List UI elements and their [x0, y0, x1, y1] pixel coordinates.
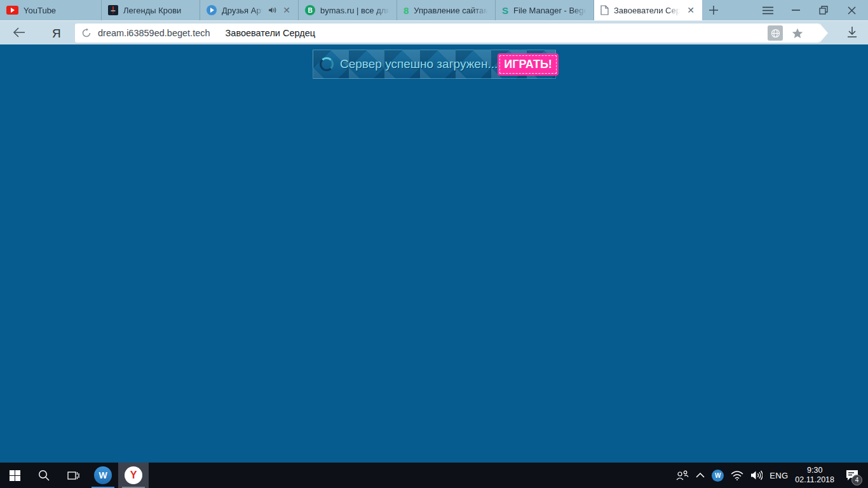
tab-file-manager[interactable]: S File Manager - Bege	[496, 0, 594, 20]
volume-icon[interactable]	[750, 470, 763, 480]
tab-upravlenie-saytami[interactable]: 8 Управление сайтам	[397, 0, 496, 20]
address-bar-actions	[768, 25, 813, 41]
web-page-content: Сервер успешно загружен... ИГРАТЬ!	[0, 44, 868, 463]
clock-date: 02.11.2018	[795, 475, 834, 485]
browser-toolbar: Я dream.i63859ed.beget.tech Завоеватели …	[0, 20, 868, 44]
tab-legendy-krovi[interactable]: Легенды Крови	[102, 0, 200, 20]
search-icon[interactable]	[29, 463, 58, 488]
downloads-icon[interactable]	[846, 26, 858, 39]
restore-button[interactable]	[810, 0, 837, 20]
loading-spinner-icon	[320, 57, 334, 71]
back-button-icon[interactable]	[13, 27, 25, 38]
notification-count-badge: 4	[851, 475, 862, 485]
server-status-banner: Сервер успешно загружен... ИГРАТЬ!	[313, 50, 556, 79]
tab-close-icon[interactable]: ✕	[281, 5, 292, 15]
yandex-logo[interactable]: Я	[52, 27, 61, 41]
tab-zavoevateli-serdets-active[interactable]: Завоеватели Сер ✕	[594, 0, 702, 20]
tab-label: Друзья Артём	[222, 6, 263, 15]
start-button[interactable]	[0, 463, 29, 488]
url-text: dream.i63859ed.beget.tech	[98, 28, 210, 38]
beget-8-icon: 8	[403, 6, 409, 15]
taskbar-tray: W ENG 9:30 02.11.2018 4	[676, 463, 868, 488]
windscribe-tray-icon[interactable]: W	[712, 470, 724, 482]
tab-close-icon[interactable]: ✕	[686, 5, 696, 15]
taskbar-app-yandex-browser[interactable]: Y	[118, 463, 149, 488]
sword-icon	[108, 5, 118, 15]
close-window-button[interactable]	[837, 0, 865, 20]
language-indicator[interactable]: ENG	[770, 471, 788, 480]
sprut-s-icon: S	[502, 6, 508, 15]
new-tab-button[interactable]	[702, 0, 725, 20]
tab-label: Завоеватели Сер	[614, 6, 681, 15]
action-center-icon[interactable]: 4	[841, 463, 863, 488]
task-view-icon[interactable]	[58, 463, 88, 488]
wifi-icon[interactable]	[731, 471, 743, 480]
browser-menu-icon[interactable]	[754, 0, 782, 20]
refresh-icon[interactable]	[81, 28, 92, 38]
server-status-text: Сервер успешно загружен...	[340, 57, 498, 71]
bookmark-star-icon[interactable]	[792, 28, 803, 39]
windows-taskbar: W Y W ENG 9:30 02.11.2018 4	[0, 463, 868, 488]
tab-label: Легенды Крови	[123, 6, 193, 15]
tab-bymas[interactable]: B bymas.ru | все для ва	[299, 0, 397, 20]
browser-tab-strip: YouTube Легенды Крови Друзья Артём ✕ B b…	[0, 0, 868, 20]
youtube-icon	[6, 6, 18, 15]
tab-label: Управление сайтам	[414, 6, 489, 15]
tab-label: File Manager - Bege	[513, 6, 587, 15]
tab-druzya-artem[interactable]: Друзья Артём ✕	[200, 0, 299, 20]
tab-audio-speaker-icon[interactable]	[268, 6, 276, 14]
address-bar[interactable]: dream.i63859ed.beget.tech Завоеватели Се…	[75, 24, 820, 43]
clock[interactable]: 9:30 02.11.2018	[795, 466, 834, 485]
tab-label: bymas.ru | все для ва	[320, 6, 390, 15]
window-controls	[754, 0, 868, 20]
people-icon[interactable]	[676, 470, 689, 480]
tray-expand-chevron-icon[interactable]	[696, 473, 705, 478]
bymas-b-icon: B	[305, 5, 315, 15]
taskbar-app-windscribe[interactable]: W	[88, 463, 118, 488]
clock-time: 9:30	[795, 466, 834, 475]
tab-youtube[interactable]: YouTube	[0, 0, 102, 20]
yandex-browser-icon: Y	[125, 466, 142, 484]
windscribe-icon: W	[94, 466, 112, 484]
site-mode-globe-icon[interactable]	[768, 25, 783, 41]
video-play-icon	[207, 5, 217, 15]
page-title: Завоеватели Сердец	[226, 28, 316, 38]
tab-label: YouTube	[24, 6, 95, 15]
page-document-icon	[600, 5, 609, 15]
play-button[interactable]: ИГРАТЬ!	[498, 53, 559, 76]
minimize-button[interactable]	[782, 0, 810, 20]
